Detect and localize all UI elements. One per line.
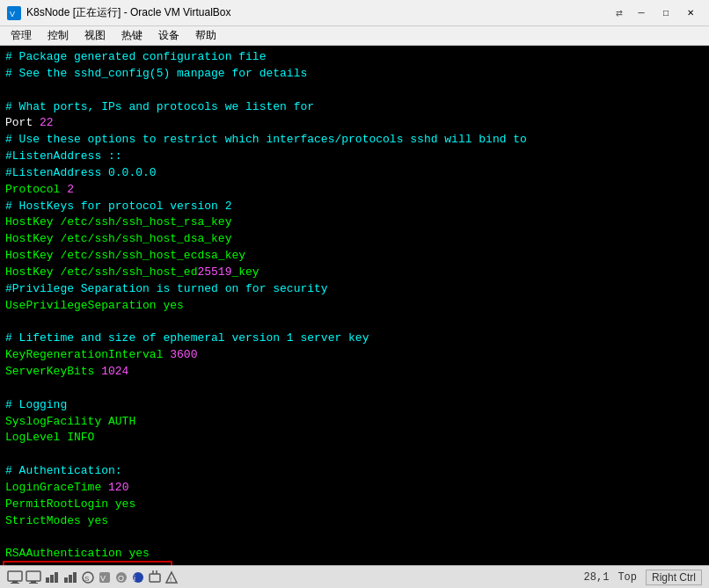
svg-rect-5 bbox=[26, 571, 40, 581]
svg-text:!: ! bbox=[170, 576, 172, 584]
terminal-line: HostKey /etc/ssh/ssh_host_rsa_key bbox=[5, 214, 704, 231]
taskbar-icon-1 bbox=[7, 570, 23, 584]
terminal-line: UsePrivilegeSeparation yes bbox=[5, 298, 704, 315]
window-controls: ─ □ ✕ bbox=[630, 4, 702, 22]
terminal-line: PermitRootLogin yes bbox=[5, 497, 704, 513]
terminal-line bbox=[5, 83, 704, 99]
terminal-line bbox=[5, 315, 704, 331]
terminal-line bbox=[5, 446, 704, 463]
window-title: K8sNode [正在运行] - Oracle VM VirtualBox bbox=[26, 5, 231, 20]
taskbar-icon-7: O bbox=[114, 570, 128, 584]
terminal-line: StrictModes yes bbox=[5, 513, 704, 530]
app-icon: V bbox=[7, 6, 21, 20]
status-bar: S V O i ! 28,1 Top Right Ctrl bbox=[0, 565, 709, 588]
menu-item-devices[interactable]: 设备 bbox=[151, 26, 186, 45]
terminal-line: # Logging bbox=[5, 397, 704, 414]
maximize-button[interactable]: □ bbox=[654, 4, 677, 22]
svg-text:O: O bbox=[118, 574, 124, 583]
sync-icon: ⇄ bbox=[616, 6, 623, 20]
terminal-line: Protocol 2 bbox=[5, 182, 704, 199]
minimize-button[interactable]: ─ bbox=[630, 4, 653, 22]
terminal-line bbox=[5, 381, 704, 397]
cursor-mode: Top bbox=[618, 571, 637, 584]
terminal-line: LoginGraceTime 120 bbox=[5, 480, 704, 497]
taskbar-icon-6: V bbox=[98, 570, 112, 584]
terminal-line: KeyRegenerationInterval 3600 bbox=[5, 347, 704, 364]
title-bar: V K8sNode [正在运行] - Oracle VM VirtualBox … bbox=[0, 0, 709, 26]
terminal-line: HostKey /etc/ssh/ssh_host_ecdsa_key bbox=[5, 248, 704, 265]
terminal-line: ServerKeyBits 1024 bbox=[5, 364, 704, 381]
terminal-line: #Privilege Separation is turned on for s… bbox=[5, 281, 704, 298]
title-bar-left: V K8sNode [正在运行] - Oracle VM VirtualBox bbox=[7, 5, 231, 20]
svg-rect-13 bbox=[73, 572, 77, 583]
taskbar-icon-8: i bbox=[131, 570, 145, 584]
terminal-line: # Use these options to restrict which in… bbox=[5, 132, 704, 149]
menu-item-control[interactable]: 控制 bbox=[40, 26, 76, 45]
terminal-line bbox=[5, 529, 704, 546]
status-right: 28,1 Top Right Ctrl bbox=[584, 570, 702, 585]
menu-item-view[interactable]: 视图 bbox=[77, 26, 113, 45]
terminal-line: SyslogFacility AUTH bbox=[5, 414, 704, 431]
terminal-line: # Lifetime and size of ephemeral version… bbox=[5, 330, 704, 347]
terminal-line: Port 22 bbox=[5, 115, 704, 132]
svg-rect-8 bbox=[46, 577, 49, 583]
svg-text:i: i bbox=[134, 574, 135, 583]
terminal-line: LogLevel INFO bbox=[5, 430, 704, 446]
taskbar-icon-3 bbox=[44, 570, 60, 584]
svg-rect-7 bbox=[29, 583, 38, 584]
terminal-area[interactable]: # Package generated configuration file# … bbox=[0, 46, 709, 565]
taskbar-icon-10: ! bbox=[164, 570, 179, 584]
taskbar-icon-5: S bbox=[81, 570, 95, 584]
svg-text:S: S bbox=[84, 575, 89, 583]
cursor-position: 28,1 bbox=[584, 571, 610, 584]
taskbar-icon-9 bbox=[148, 570, 162, 584]
terminal-line: HostKey /etc/ssh/ssh_host_ed25519_key bbox=[5, 265, 704, 281]
right-ctrl-label: Right Ctrl bbox=[646, 570, 702, 585]
terminal-line: # See the sshd_config(5) manpage for det… bbox=[5, 66, 704, 83]
svg-rect-11 bbox=[64, 577, 68, 583]
svg-rect-9 bbox=[50, 575, 54, 583]
menu-item-help[interactable]: 帮助 bbox=[188, 26, 223, 45]
svg-rect-12 bbox=[69, 575, 72, 583]
status-taskbar: S V O i ! bbox=[7, 570, 179, 584]
terminal-line: HostKey /etc/ssh/ssh_host_dsa_key bbox=[5, 231, 704, 248]
terminal-line: # Package generated configuration file bbox=[5, 49, 704, 66]
menu-bar: 管理 控制 视图 热键 设备 帮助 bbox=[0, 26, 709, 46]
svg-text:V: V bbox=[10, 10, 15, 18]
svg-rect-10 bbox=[55, 572, 58, 583]
menu-item-hotkey[interactable]: 热键 bbox=[114, 26, 150, 45]
terminal-line: # HostKeys for protocol version 2 bbox=[5, 199, 704, 215]
terminal-line: #ListenAddress 0.0.0.0 bbox=[5, 165, 704, 182]
svg-rect-22 bbox=[150, 574, 160, 582]
terminal-line: RSAAuthentication yes bbox=[5, 546, 704, 563]
close-button[interactable]: ✕ bbox=[679, 4, 702, 22]
svg-rect-2 bbox=[8, 571, 22, 581]
svg-rect-4 bbox=[11, 583, 19, 584]
terminal-line: #ListenAddress :: bbox=[5, 149, 704, 165]
svg-text:V: V bbox=[100, 574, 106, 583]
terminal-line: # Authentication: bbox=[5, 463, 704, 480]
taskbar-icon-2 bbox=[26, 570, 41, 584]
svg-rect-3 bbox=[12, 581, 18, 583]
svg-rect-6 bbox=[31, 581, 36, 583]
terminal-line: # What ports, IPs and protocols we liste… bbox=[5, 99, 704, 116]
taskbar-icon-4 bbox=[62, 570, 78, 584]
menu-item-manage[interactable]: 管理 bbox=[4, 26, 39, 45]
